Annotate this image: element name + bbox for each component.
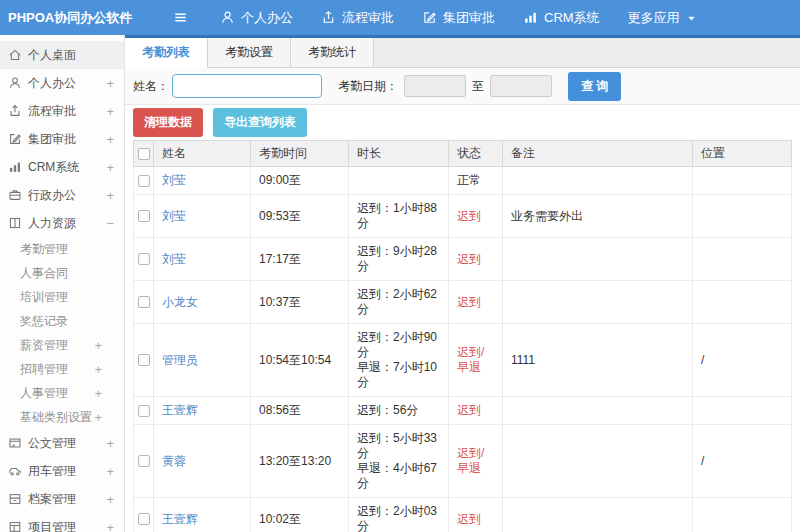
row-checkbox[interactable] — [138, 253, 150, 265]
workflow-icon — [8, 104, 22, 118]
table-row: 刘莹17:17至迟到：9小时28分迟到 — [134, 238, 792, 281]
row-checkbox[interactable] — [138, 175, 150, 187]
employee-name-link[interactable]: 黄蓉 — [162, 454, 186, 468]
sidebar-item-label: 流程审批 — [28, 103, 76, 120]
cell-status: 迟到 — [449, 195, 503, 238]
sidebar-item-15[interactable]: 基础类别设置+ — [0, 405, 124, 429]
sidebar-item-label: 考勤管理 — [20, 241, 68, 258]
sidebar-item-label: 人力资源 — [28, 215, 76, 232]
duration-line: 早退：7小时10分 — [357, 360, 440, 390]
content-area: 考勤列表考勤设置考勤统计 姓名： 考勤日期： 至 查 询 清理数据 导出查询列表… — [125, 35, 800, 532]
employee-name-link[interactable]: 王壹辉 — [162, 512, 198, 526]
name-filter-label: 姓名： — [133, 78, 169, 95]
employee-name-link[interactable]: 小龙女 — [162, 295, 198, 309]
cell-status: 迟到 — [449, 238, 503, 281]
top-nav-item-group-approval[interactable]: 集团审批 — [422, 9, 495, 27]
tab-attendance-settings[interactable]: 考勤设置 — [208, 38, 291, 67]
search-button[interactable]: 查 询 — [568, 72, 621, 101]
sidebar-item-16[interactable]: 公文管理+ — [0, 429, 124, 457]
row-checkbox[interactable] — [138, 405, 150, 417]
sidebar-item-17[interactable]: 用车管理+ — [0, 457, 124, 485]
date-to-input[interactable] — [490, 75, 552, 97]
row-checkbox[interactable] — [138, 296, 150, 308]
sidebar-item-19[interactable]: 项目管理+ — [0, 513, 124, 532]
table-header-row: 姓名考勤时间时长状态备注位置 — [134, 141, 792, 167]
sidebar-item-5[interactable]: CRM系统+ — [0, 153, 124, 181]
chart-icon — [523, 10, 538, 25]
top-nav-item-crm-system[interactable]: CRM系统 — [523, 9, 600, 27]
cell-name: 刘莹 — [154, 238, 251, 281]
sidebar-item-12[interactable]: 薪资管理+ — [0, 333, 124, 357]
sidebar-item-3[interactable]: 流程审批+ — [0, 97, 124, 125]
select-all-checkbox[interactable] — [138, 148, 150, 160]
table-row: 小龙女10:37至迟到：2小时62分迟到 — [134, 281, 792, 324]
date-to-label: 至 — [472, 78, 484, 95]
employee-name-link[interactable]: 刘莹 — [162, 209, 186, 223]
top-nav-item-personal-office[interactable]: 个人办公 — [220, 9, 293, 27]
cell-attendance-time: 10:54至10:54 — [251, 324, 349, 397]
sidebar-item-label: CRM系统 — [28, 159, 79, 176]
top-nav-item-workflow-approval[interactable]: 流程审批 — [321, 9, 394, 27]
cell-name: 小龙女 — [154, 281, 251, 324]
sidebar-item-4[interactable]: 集团审批+ — [0, 125, 124, 153]
sidebar-item-1[interactable]: 个人桌面 — [0, 41, 124, 69]
sidebar-item-2[interactable]: 个人办公+ — [0, 69, 124, 97]
date-from-input[interactable] — [404, 75, 466, 97]
sidebar-item-label: 人事合同 — [20, 265, 68, 282]
employee-name-link[interactable]: 管理员 — [162, 353, 198, 367]
cell-name: 王壹辉 — [154, 498, 251, 532]
cell-location — [693, 397, 792, 425]
chart-icon — [8, 160, 22, 174]
cell-attendance-time: 10:37至 — [251, 281, 349, 324]
cell-note — [503, 425, 693, 498]
row-checkbox[interactable] — [138, 354, 150, 366]
sidebar-item-13[interactable]: 招聘管理+ — [0, 357, 124, 381]
menu-icon[interactable] — [173, 10, 188, 25]
top-header: PHPOA协同办公软件 个人办公流程审批集团审批CRM系统更多应用 — [0, 0, 800, 35]
sidebar-item-6[interactable]: 行政办公+ — [0, 181, 124, 209]
row-checkbox[interactable] — [138, 455, 150, 467]
duration-line: 迟到：2小时62分 — [357, 287, 440, 317]
name-filter-input[interactable] — [172, 74, 322, 98]
sidebar-item-7[interactable]: 人力资源− — [0, 209, 124, 237]
header-cell-name: 姓名 — [154, 141, 251, 167]
sidebar-item-9[interactable]: 人事合同 — [0, 261, 124, 285]
employee-name-link[interactable]: 刘莹 — [162, 173, 186, 187]
cell-location: / — [693, 425, 792, 498]
cell-note — [503, 167, 693, 195]
cell-location — [693, 195, 792, 238]
user-icon — [220, 10, 235, 25]
sidebar-item-11[interactable]: 奖惩记录 — [0, 309, 124, 333]
cell-duration — [349, 167, 449, 195]
sidebar-item-10[interactable]: 培训管理 — [0, 285, 124, 309]
employee-name-link[interactable]: 王壹辉 — [162, 403, 198, 417]
expand-plus-icon: + — [106, 160, 114, 175]
expand-plus-icon: + — [106, 104, 114, 119]
table-row: 刘莹09:00至正常 — [134, 167, 792, 195]
cell-location — [693, 498, 792, 532]
table-row: 王壹辉08:56至迟到：56分迟到 — [134, 397, 792, 425]
clean-data-button[interactable]: 清理数据 — [133, 108, 203, 137]
cell-status: 正常 — [449, 167, 503, 195]
cell-attendance-time: 17:17至 — [251, 238, 349, 281]
tab-attendance-stats[interactable]: 考勤统计 — [291, 38, 374, 67]
sidebar-item-18[interactable]: 档案管理+ — [0, 485, 124, 513]
sidebar: 个人桌面个人办公+流程审批+集团审批+CRM系统+行政办公+人力资源−考勤管理人… — [0, 35, 125, 532]
export-list-button[interactable]: 导出查询列表 — [213, 108, 307, 137]
header-cell-location: 位置 — [693, 141, 792, 167]
top-nav-item-more-apps[interactable]: 更多应用 — [628, 9, 697, 27]
app-logo[interactable]: PHPOA协同办公软件 — [0, 9, 125, 27]
tab-attendance-list[interactable]: 考勤列表 — [125, 38, 208, 68]
row-checkbox[interactable] — [138, 513, 150, 525]
sidebar-item-14[interactable]: 人事管理+ — [0, 381, 124, 405]
employee-name-link[interactable]: 刘莹 — [162, 252, 186, 266]
sidebar-item-8[interactable]: 考勤管理 — [0, 237, 124, 261]
sidebar-item-label: 招聘管理 — [20, 361, 68, 378]
sidebar-item-label: 公文管理 — [28, 435, 76, 452]
row-checkbox[interactable] — [138, 210, 150, 222]
sidebar-item-label: 基础类别设置 — [20, 409, 92, 426]
cell-duration: 迟到：2小时03分 — [349, 498, 449, 532]
user-icon — [8, 76, 22, 90]
cell-note: 1111 — [503, 324, 693, 397]
cell-status: 迟到 — [449, 397, 503, 425]
